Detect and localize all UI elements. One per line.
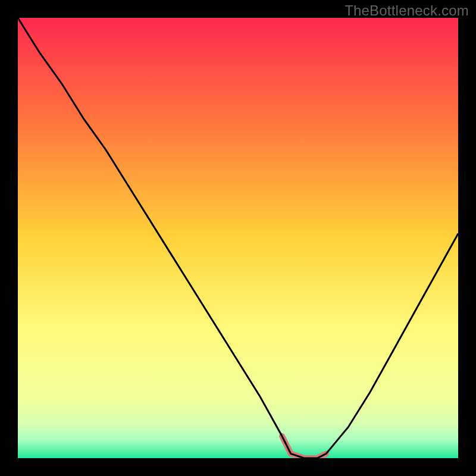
chart-frame: TheBottleneck.com	[0, 0, 476, 476]
watermark-text: TheBottleneck.com	[345, 2, 469, 19]
chart-svg	[18, 18, 458, 458]
plot-area	[18, 18, 458, 458]
gradient-background	[18, 18, 458, 458]
